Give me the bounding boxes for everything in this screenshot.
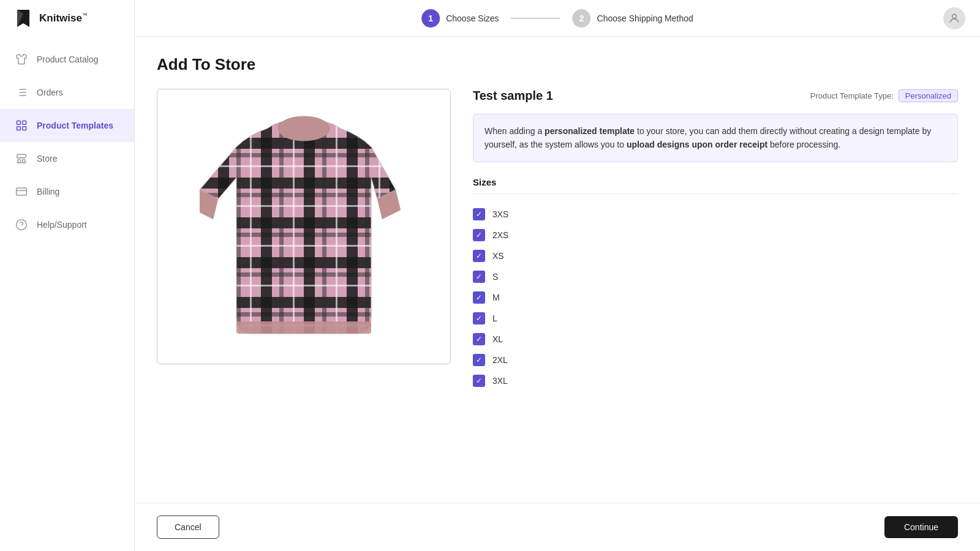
page-title: Add To Store [157,55,958,74]
svg-rect-8 [17,121,21,125]
info-text-3: before processing. [767,140,840,149]
info-bold-1: personalized template [545,126,635,136]
step-1-circle: 1 [421,9,440,28]
size-item-l: ✓ L [473,308,958,329]
page-content: Add To Store [135,37,980,503]
main-area: 1 Choose Sizes 2 Choose Shipping Method … [135,0,980,551]
right-panel: Test sample 1 Product Template Type: Per… [473,89,958,391]
checkbox-l[interactable]: ✓ [473,312,485,324]
svg-rect-45 [250,110,252,343]
page-footer: Cancel Continue [135,503,980,551]
svg-point-17 [17,220,27,230]
cancel-button[interactable]: Cancel [157,515,219,539]
shirt-icon [15,53,28,66]
sidebar-label-help: Help/Support [37,220,87,230]
billing-icon [15,185,28,198]
svg-rect-12 [18,160,20,163]
svg-rect-42 [200,245,408,247]
size-item-s: ✓ S [473,266,958,287]
step-divider [511,18,560,19]
help-icon [15,218,28,231]
size-item-2xl: ✓ 2XL [473,350,958,370]
sidebar-item-billing[interactable]: Billing [0,175,134,208]
checkbox-s[interactable]: ✓ [473,271,485,283]
svg-point-49 [278,116,330,141]
sidebar-label-billing: Billing [37,187,59,197]
size-label-l: L [492,313,497,323]
checkbox-2xl[interactable]: ✓ [473,354,485,366]
size-item-3xl: ✓ 3XL [473,370,958,391]
sidebar-label-product-templates: Product Templates [37,121,113,130]
size-label-2xs: 2XS [492,230,508,240]
template-type-label: Product Template Type: [810,91,894,100]
sidebar-label-store: Store [37,154,57,163]
template-type-row: Product Template Type: Personalized [810,89,958,102]
sidebar-item-product-catalog[interactable]: Product Catalog [0,43,134,76]
step-2: 2 Choose Shipping Method [573,9,693,28]
checkbox-xl[interactable]: ✓ [473,333,485,345]
checkbox-m[interactable]: ✓ [473,291,485,304]
svg-rect-34 [347,110,358,343]
svg-rect-50 [236,321,371,334]
svg-rect-32 [261,110,272,343]
size-label-m: M [492,293,500,302]
step-2-circle: 2 [573,9,591,28]
list-icon [15,86,28,99]
svg-rect-15 [17,188,27,195]
size-label-xs: XS [492,251,504,261]
sizes-divider [473,193,958,194]
logo-icon [12,7,34,29]
sidebar-item-product-templates[interactable]: Product Templates [0,109,134,142]
sidebar-item-store[interactable]: Store [0,142,134,175]
svg-rect-47 [336,110,337,343]
svg-rect-33 [304,110,315,343]
sizes-label: Sizes [473,177,958,187]
size-label-s: S [492,272,498,282]
size-item-m: ✓ M [473,287,958,308]
size-label-3xl: 3XL [492,376,508,386]
size-label-xl: XL [492,334,503,344]
sidebar-item-orders[interactable]: Orders [0,76,134,109]
svg-rect-46 [293,110,295,343]
size-item-2xs: ✓ 2XS [473,225,958,246]
svg-rect-39 [365,110,369,343]
size-label-3xs: 3XS [492,209,508,219]
app-name: Knitwise™ [39,12,88,24]
product-name: Test sample 1 [473,89,553,103]
size-item-3xs: ✓ 3XS [473,204,958,225]
svg-rect-9 [23,121,26,125]
sidebar-label-product-catalog: Product Catalog [37,54,98,64]
size-label-2xl: 2XL [492,355,508,365]
checkbox-xs[interactable]: ✓ [473,250,485,262]
svg-rect-11 [23,127,26,130]
product-header: Test sample 1 Product Template Type: Per… [473,89,958,103]
svg-rect-38 [322,110,326,343]
templates-icon [15,119,28,132]
checkbox-3xs[interactable]: ✓ [473,208,485,220]
user-avatar[interactable] [943,7,965,29]
store-icon [15,152,28,165]
product-image-box [157,89,451,364]
svg-rect-43 [200,285,408,287]
sidebar-nav: Product Catalog Orders Product Templates [0,37,134,247]
step-1-label: Choose Sizes [446,13,499,23]
info-bold-2: upload designs upon order receipt [627,140,767,149]
checkbox-2xs[interactable]: ✓ [473,229,485,241]
topbar: 1 Choose Sizes 2 Choose Shipping Method [135,0,980,37]
product-image [200,110,408,343]
content-row: Test sample 1 Product Template Type: Per… [157,89,958,391]
svg-rect-40 [200,165,408,167]
svg-rect-41 [200,205,408,207]
svg-rect-31 [218,110,229,343]
sidebar-item-help[interactable]: Help/Support [0,208,134,241]
svg-rect-35 [390,110,401,343]
steps-container: 1 Choose Sizes 2 Choose Shipping Method [421,9,693,28]
step-2-label: Choose Shipping Method [597,13,693,23]
svg-rect-48 [379,110,380,343]
svg-rect-37 [279,110,284,343]
checkbox-3xl[interactable]: ✓ [473,375,485,387]
svg-point-19 [952,14,957,18]
info-text-1: When adding a [484,126,545,136]
continue-button[interactable]: Continue [884,516,958,538]
step-1: 1 Choose Sizes [421,9,499,28]
